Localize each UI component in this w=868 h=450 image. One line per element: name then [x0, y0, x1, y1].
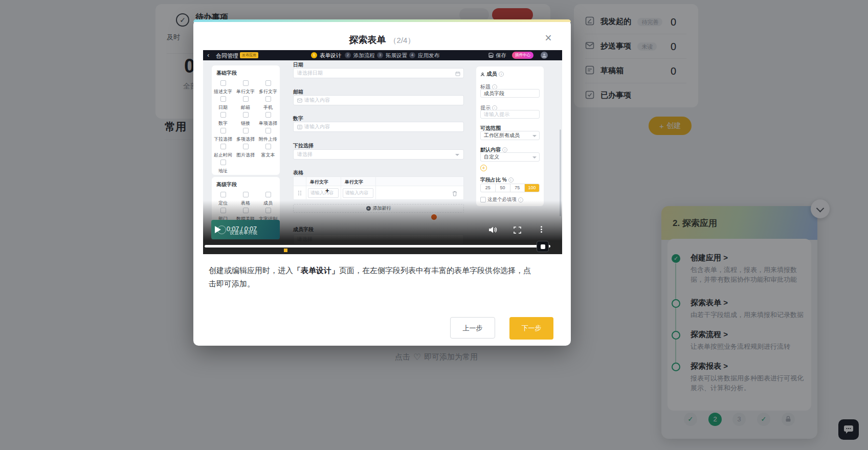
video-scrubber-handle[interactable] — [537, 241, 549, 252]
video-step-1-circle: 1 — [311, 52, 317, 58]
volume-icon — [488, 226, 497, 234]
col-divider — [341, 177, 341, 200]
field-type-icon — [220, 112, 226, 118]
form-number-label: 数字 — [293, 115, 303, 122]
field-type-icon — [265, 128, 271, 133]
modal-title: 探索表单 — [349, 35, 386, 45]
play-button[interactable] — [215, 226, 221, 233]
table-cell-input: 请输入内容 — [308, 188, 339, 198]
field-type-icon — [265, 192, 271, 197]
config-default-select: 自定义 — [480, 152, 540, 162]
col-divider — [375, 177, 376, 200]
number-placeholder: 请输入内容 — [304, 122, 330, 131]
form-email-input: 请输入内容 — [293, 95, 464, 105]
config-ratio-label: 字段占比 %i — [480, 176, 514, 184]
video-step-3-circle: 3 — [377, 52, 383, 58]
field-type-item: 地址 — [212, 168, 234, 174]
screen: ✓ 待办事项 及时 0 全部 常用 + 创建 我发起的 待完善 0 — [0, 0, 868, 450]
description-bold: 「表单设计」 — [293, 266, 339, 275]
next-step-button[interactable]: 下一步 — [509, 317, 553, 340]
save-icon — [488, 53, 494, 58]
form-table-label: 表格 — [293, 169, 303, 176]
video-step-2-circle: 2 — [345, 52, 351, 58]
chevron-down-icon — [532, 156, 537, 159]
field-type-icon — [220, 80, 226, 86]
field-type-icon — [220, 96, 226, 102]
config-hint-input: 请输入提示 — [480, 110, 540, 119]
field-type-icon — [265, 144, 271, 149]
ratio-option: 75 — [510, 184, 525, 192]
video-step-3-label: 拓展设置 — [386, 52, 407, 59]
avatar — [541, 52, 548, 59]
more-options-button[interactable] — [541, 226, 542, 233]
table-col-header: 单行文字 — [310, 179, 328, 186]
field-type-icon — [220, 160, 226, 165]
field-type-item: 富文本 — [257, 152, 279, 159]
advanced-fields-title: 高级字段 — [216, 181, 237, 188]
field-type-icon — [243, 80, 249, 86]
config-range-select: 工作区所有成员 — [480, 131, 540, 140]
timeline-marker — [284, 249, 287, 252]
video-field-config-panel: 成员i 标题i 成员字段 提示i 请输入提示 可选范围 工作区所有成员 默认内容… — [476, 66, 544, 206]
video-app-name: 合同管理 — [216, 52, 238, 60]
email-placeholder: 请输入内容 — [304, 96, 330, 105]
field-type-icon — [220, 128, 226, 133]
chevron-down-icon — [455, 154, 459, 156]
volume-button[interactable] — [488, 226, 497, 234]
basic-fields-title: 基础字段 — [216, 70, 237, 77]
form-select-label: 下拉选择 — [293, 142, 314, 149]
field-type-icon — [265, 96, 271, 102]
close-icon[interactable]: × — [542, 32, 554, 44]
field-type-icon — [243, 96, 249, 102]
video-step-2-label: 添加流程 — [353, 52, 375, 59]
ratio-option: 25 — [481, 184, 496, 192]
prev-step-button[interactable]: 上一步 — [450, 317, 495, 339]
info-icon: i — [508, 177, 514, 183]
modal-description: 创建或编辑应用时，进入「表单设计」页面，在左侧字段列表中有丰富的表单字段供你选择… — [209, 264, 537, 290]
field-type-icon — [243, 144, 249, 149]
trash-icon — [452, 191, 457, 196]
date-placeholder: 请选择日期 — [297, 69, 323, 78]
mail-icon — [297, 98, 302, 103]
select-placeholder: 请选择 — [297, 150, 313, 159]
col-divider — [306, 177, 306, 200]
modal-title-row: 探索表单（2/4） — [193, 34, 571, 46]
video-app-topbar: ‹ 合同管理 发布应用 1 表单设计 2 添加流程 3 拓展设置 4 应用发布 … — [203, 50, 562, 60]
video-basic-fields-panel: 基础字段 描述文字 单行文字 多行文字 日期 邮箱 手机 数字 链接 单项选择 … — [212, 65, 280, 175]
ratio-option: 50 — [496, 184, 510, 192]
member-icon — [480, 72, 485, 77]
tutorial-video[interactable]: ‹ 合同管理 发布应用 1 表单设计 2 添加流程 3 拓展设置 4 应用发布 … — [203, 50, 562, 254]
video-progress-bar[interactable] — [205, 245, 550, 248]
ratio-option-active: 100 — [525, 184, 539, 192]
back-chevron-icon: ‹ — [207, 51, 209, 59]
form-select-input: 请选择 — [293, 149, 464, 160]
field-type-icon — [220, 144, 226, 149]
config-title-input: 成员字段 — [480, 89, 540, 98]
field-type-icon — [243, 128, 249, 133]
fullscreen-icon — [514, 227, 521, 234]
video-time: 0:07 / 0:07 — [227, 226, 257, 233]
field-type-icon — [220, 192, 226, 197]
field-type-icon — [243, 192, 249, 197]
field-type-icon — [265, 80, 271, 86]
form-number-input: 请输入内容 — [293, 122, 464, 132]
form-date-label: 日期 — [293, 61, 303, 69]
table-cell-input: 请输入内容 — [343, 188, 373, 198]
form-date-input: 请选择日期 — [293, 68, 464, 78]
field-type-icon — [243, 112, 249, 118]
move-cursor-icon: + — [325, 187, 329, 194]
config-type-header: 成员i — [480, 71, 504, 78]
publish-badge: 发布应用 — [240, 52, 258, 58]
drag-handle-icon — [298, 190, 302, 196]
modal-top-gradient — [193, 19, 571, 22]
calendar-icon — [455, 71, 460, 76]
field-type-icon — [265, 112, 271, 118]
form-email-label: 邮箱 — [293, 88, 303, 96]
modal-progress: （2/4） — [389, 36, 415, 44]
config-ratio-segmented: 25 50 75 100 — [480, 184, 540, 192]
plugin-center-button: 插件中心 — [512, 52, 533, 59]
video-step-4-circle: 4 — [409, 52, 415, 58]
form-table: 单行文字 单行文字 请输入内容 + 请输入内容 — [293, 176, 464, 200]
fullscreen-button[interactable] — [514, 227, 521, 234]
info-icon: i — [502, 147, 507, 152]
